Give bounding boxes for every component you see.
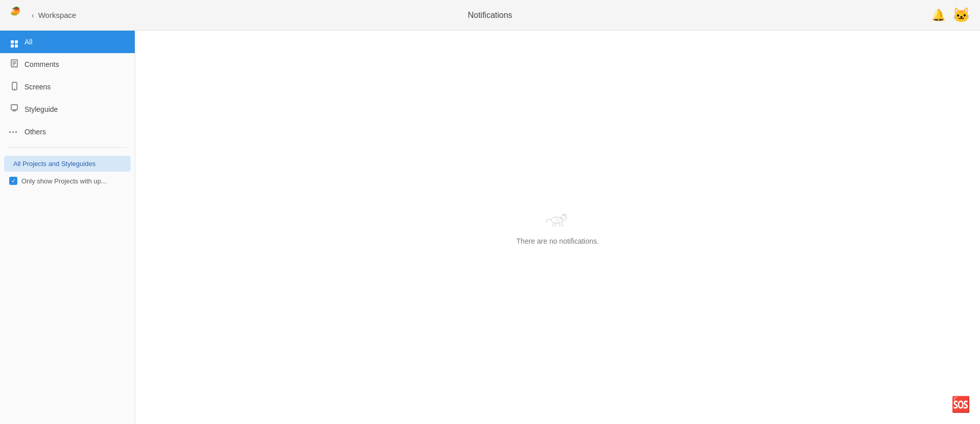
styleguide-icon bbox=[9, 104, 19, 114]
help-button[interactable]: 🆘 bbox=[951, 395, 970, 414]
all-projects-label: All Projects and Styleguides bbox=[13, 160, 95, 168]
svg-line-12 bbox=[559, 223, 560, 227]
workspace-label: Workspace bbox=[38, 11, 77, 19]
svg-point-5 bbox=[14, 88, 15, 89]
svg-point-9 bbox=[564, 217, 565, 218]
sidebar-item-all[interactable]: All bbox=[0, 31, 135, 53]
empty-state-illustration bbox=[543, 209, 573, 230]
back-arrow-icon: ‹ bbox=[32, 11, 34, 19]
sidebar-item-styleguide[interactable]: Styleguide bbox=[0, 98, 135, 121]
filter-checkbox-row[interactable]: ✓ Only show Projects with up... bbox=[0, 174, 135, 188]
all-icon bbox=[9, 36, 19, 48]
svg-rect-6 bbox=[11, 105, 17, 110]
sidebar-item-comments[interactable]: Comments bbox=[0, 53, 135, 76]
filter-checkbox-label: Only show Projects with up... bbox=[21, 177, 107, 185]
notifications-bell-button[interactable]: 🔔 bbox=[932, 9, 945, 22]
page-title: Notifications bbox=[468, 11, 512, 20]
all-projects-button[interactable]: All Projects and Styleguides bbox=[4, 156, 131, 172]
sidebar: All Comments Screens Styleguide Others A… bbox=[0, 31, 135, 424]
top-nav: 🥭 ‹ Workspace Notifications 🔔 🐱 bbox=[0, 0, 980, 31]
svg-point-8 bbox=[561, 215, 567, 221]
svg-point-16 bbox=[559, 218, 560, 219]
help-icon: 🆘 bbox=[951, 396, 970, 413]
svg-point-15 bbox=[557, 219, 558, 220]
main-content: There are no notifications. bbox=[135, 31, 980, 424]
sidebar-item-screens[interactable]: Screens bbox=[0, 76, 135, 98]
back-navigation[interactable]: 🥭 ‹ Workspace bbox=[10, 6, 76, 25]
bell-icon: 🔔 bbox=[932, 9, 945, 21]
svg-point-17 bbox=[556, 220, 557, 221]
checkmark-icon: ✓ bbox=[11, 178, 16, 184]
empty-state-message: There are no notifications. bbox=[517, 237, 599, 245]
sidebar-divider bbox=[8, 147, 127, 148]
user-avatar[interactable]: 🐱 bbox=[952, 7, 970, 24]
svg-point-18 bbox=[558, 221, 559, 222]
screens-label: Screens bbox=[24, 83, 51, 91]
comments-icon bbox=[9, 59, 19, 69]
main-layout: All Comments Screens Styleguide Others A… bbox=[0, 31, 980, 424]
others-label: Others bbox=[24, 128, 46, 136]
sidebar-item-others[interactable]: Others bbox=[0, 121, 135, 143]
styleguide-label: Styleguide bbox=[24, 105, 58, 113]
comments-label: Comments bbox=[24, 60, 59, 68]
sidebar-section-projects: All Projects and Styleguides ✓ Only show… bbox=[0, 152, 135, 188]
app-logo: 🥭 bbox=[10, 6, 29, 25]
screens-icon bbox=[9, 82, 19, 92]
svg-line-10 bbox=[552, 222, 554, 227]
all-label: All bbox=[24, 38, 33, 46]
svg-line-13 bbox=[561, 222, 563, 227]
svg-point-14 bbox=[555, 218, 556, 219]
svg-line-11 bbox=[555, 223, 556, 227]
others-icon bbox=[9, 131, 19, 133]
filter-checkbox[interactable]: ✓ bbox=[9, 177, 17, 185]
header-actions: 🔔 🐱 bbox=[932, 7, 970, 24]
